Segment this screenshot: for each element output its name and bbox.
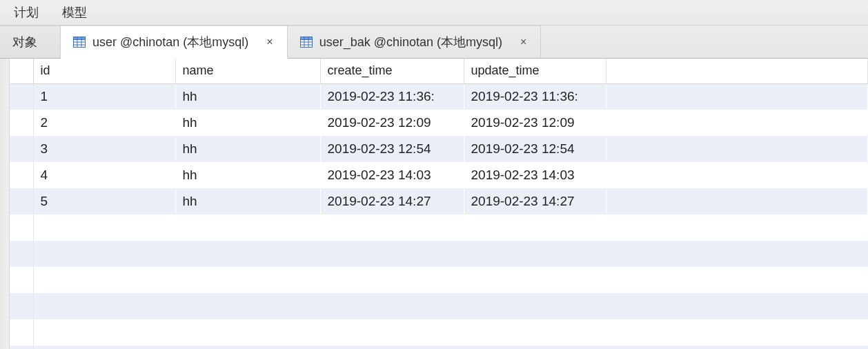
- cell-name[interactable]: hh: [175, 110, 320, 136]
- svg-rect-7: [300, 37, 312, 40]
- cell-name[interactable]: hh: [175, 83, 320, 110]
- left-gutter: [0, 59, 10, 349]
- content-area: id name create_time update_time 1hh2019-…: [0, 59, 868, 349]
- column-header-update-time[interactable]: update_time: [464, 59, 606, 83]
- menu-model[interactable]: 模型: [62, 4, 87, 21]
- cell-spacer: [606, 83, 868, 110]
- cell-create-time[interactable]: 2019-02-23 14:27: [320, 188, 464, 215]
- cell-id[interactable]: 1: [33, 83, 175, 110]
- cell-name[interactable]: hh: [175, 188, 320, 215]
- cell-id[interactable]: 4: [33, 162, 175, 188]
- row-selector[interactable]: [10, 136, 33, 162]
- objects-tab-label: 对象: [12, 34, 37, 50]
- column-header-create-time[interactable]: create_time: [320, 59, 464, 83]
- table-icon: [73, 37, 86, 48]
- tabstrip: 对象 user @chinotan (本地mysql) × user_bak @…: [0, 26, 868, 59]
- row-selector[interactable]: [10, 162, 33, 188]
- table-row[interactable]: 5hh2019-02-23 14:272019-02-23 14:27: [10, 188, 868, 215]
- cell-create-time[interactable]: 2019-02-23 14:03: [320, 162, 464, 188]
- row-selector[interactable]: [10, 110, 33, 136]
- table-row[interactable]: 1hh2019-02-23 11:36:2019-02-23 11:36:: [10, 83, 868, 110]
- cell-id[interactable]: 3: [33, 136, 175, 162]
- menu-plan[interactable]: 计划: [14, 4, 39, 21]
- cell-update-time[interactable]: 2019-02-23 12:54: [464, 136, 606, 162]
- cell-spacer: [606, 162, 868, 188]
- tab-label: user_bak @chinotan (本地mysql): [319, 34, 502, 50]
- header-row: id name create_time update_time: [10, 59, 868, 83]
- column-header-id[interactable]: id: [33, 59, 175, 83]
- cell-update-time[interactable]: 2019-02-23 14:03: [464, 162, 606, 188]
- table-row[interactable]: 3hh2019-02-23 12:542019-02-23 12:54: [10, 136, 868, 162]
- column-header-spacer: [606, 59, 868, 83]
- row-selector[interactable]: [10, 83, 33, 110]
- table-row[interactable]: 2hh2019-02-23 12:092019-02-23 12:09: [10, 110, 868, 136]
- cell-spacer: [606, 110, 868, 136]
- table-icon: [300, 37, 313, 48]
- cell-update-time[interactable]: 2019-02-23 12:09: [464, 110, 606, 136]
- cell-id[interactable]: 2: [33, 110, 175, 136]
- tab-user-bak[interactable]: user_bak @chinotan (本地mysql) ×: [288, 26, 542, 58]
- cell-create-time[interactable]: 2019-02-23 11:36:: [320, 83, 464, 110]
- cell-id[interactable]: 5: [33, 188, 175, 215]
- cell-name[interactable]: hh: [175, 136, 320, 162]
- column-header-name[interactable]: name: [175, 59, 320, 83]
- menubar: 计划 模型: [0, 0, 868, 26]
- table-row[interactable]: 4hh2019-02-23 14:032019-02-23 14:03: [10, 162, 868, 188]
- cell-create-time[interactable]: 2019-02-23 12:54: [320, 136, 464, 162]
- data-table: id name create_time update_time 1hh2019-…: [10, 59, 868, 215]
- data-grid[interactable]: id name create_time update_time 1hh2019-…: [10, 59, 868, 349]
- cell-name[interactable]: hh: [175, 162, 320, 188]
- cell-update-time[interactable]: 2019-02-23 14:27: [464, 188, 606, 215]
- cell-create-time[interactable]: 2019-02-23 12:09: [320, 110, 464, 136]
- cell-spacer: [606, 136, 868, 162]
- tab-label: user @chinotan (本地mysql): [92, 34, 248, 50]
- empty-rows-fill: [10, 215, 868, 349]
- cell-update-time[interactable]: 2019-02-23 11:36:: [464, 83, 606, 110]
- objects-tab[interactable]: 对象: [0, 26, 61, 58]
- svg-rect-1: [74, 37, 86, 39]
- cell-spacer: [606, 188, 868, 215]
- row-selector-header[interactable]: [10, 59, 33, 83]
- row-selector[interactable]: [10, 188, 33, 215]
- close-icon[interactable]: ×: [265, 35, 274, 49]
- tab-user[interactable]: user @chinotan (本地mysql) ×: [61, 26, 288, 59]
- close-icon[interactable]: ×: [519, 35, 528, 49]
